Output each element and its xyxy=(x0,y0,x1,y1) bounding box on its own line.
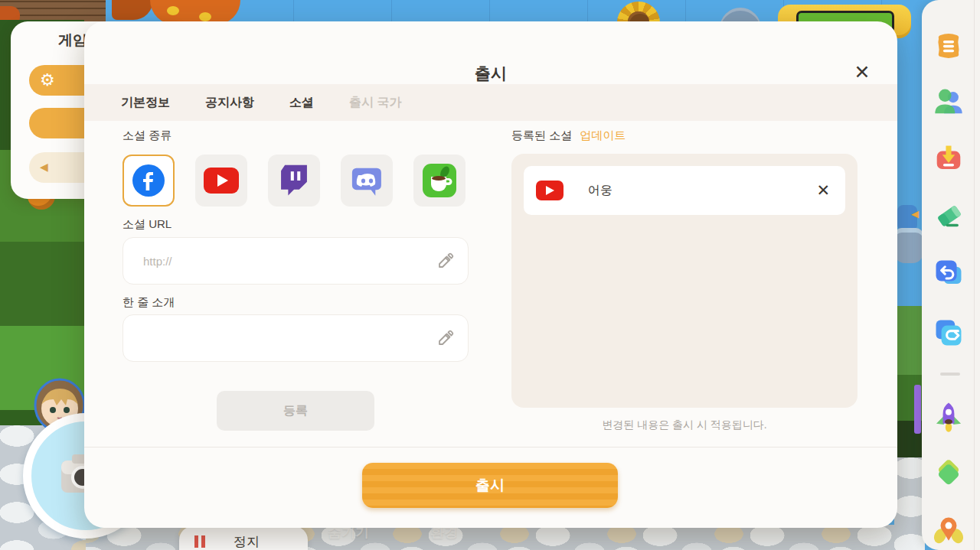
scroll-menu-icon[interactable] xyxy=(933,30,965,62)
social-provider-youtube[interactable] xyxy=(195,155,247,207)
tab-social[interactable]: 소셜 xyxy=(289,95,314,111)
mushroom-spot xyxy=(167,6,179,15)
discord-icon xyxy=(350,164,384,197)
tab-notices[interactable]: 공지사항 xyxy=(205,95,254,111)
location-pin-icon[interactable] xyxy=(933,513,965,545)
tab-release-countries[interactable]: 출시 국가 xyxy=(349,95,401,111)
back-arrow-icon: ◀ xyxy=(40,161,48,173)
stop-label: 정지 xyxy=(205,533,288,550)
modal-title: 출시 xyxy=(84,63,897,84)
registered-social-panel: 어웅 ✕ xyxy=(511,154,858,408)
download-icon[interactable] xyxy=(933,142,965,174)
register-button[interactable]: 등록 xyxy=(217,391,374,431)
release-note: 변경된 내용은 출시 시 적용됩니다. xyxy=(511,418,858,432)
fountain-decor xyxy=(894,205,923,282)
cobblestone-path xyxy=(894,457,925,550)
pause-icon xyxy=(194,535,205,548)
redo-icon[interactable] xyxy=(933,317,965,349)
edit-icon[interactable] xyxy=(436,329,455,347)
rocket-launch-icon[interactable] xyxy=(933,401,965,433)
eraser-icon[interactable] xyxy=(933,199,965,231)
tool-sidebar xyxy=(922,0,980,550)
social-url-label: 소셜 URL xyxy=(122,217,172,232)
sidebar-divider xyxy=(940,373,960,376)
blocks-icon[interactable] xyxy=(933,457,965,490)
intro-input[interactable] xyxy=(122,314,469,362)
intro-label: 한 줄 소개 xyxy=(122,295,175,310)
social-url-input[interactable] xyxy=(122,237,469,285)
twitch-icon xyxy=(278,164,310,197)
stop-button[interactable]: 정지 xyxy=(179,526,308,550)
launch-button[interactable]: 출시 xyxy=(362,463,618,508)
social-provider-row xyxy=(122,155,466,207)
registered-social-label: 등록된 소셜 xyxy=(511,129,572,142)
portal-decor xyxy=(914,385,921,434)
registered-social-item: 어웅 ✕ xyxy=(524,166,845,215)
update-link[interactable]: 업데이트 xyxy=(580,129,626,142)
naver-cafe-icon xyxy=(422,163,457,198)
youtube-icon xyxy=(536,181,564,200)
youtube-icon xyxy=(204,168,239,194)
fountain-basin xyxy=(894,228,923,263)
registered-social-name: 어웅 xyxy=(588,183,816,199)
cobblestone-path xyxy=(0,525,922,550)
edit-icon[interactable] xyxy=(436,252,455,270)
modal-tabbar: 기본정보 공지사항 소셜 출시 국가 xyxy=(84,84,897,121)
close-icon[interactable]: ✕ xyxy=(848,58,876,86)
social-provider-discord[interactable] xyxy=(341,155,393,207)
tab-basic-info[interactable]: 기본정보 xyxy=(121,95,170,111)
gear-icon: ⚙ xyxy=(40,72,55,89)
app-stage: 게임 ⚙ 게임 ◀ 엘 xyxy=(0,0,980,550)
release-modal: 출시 ✕ 기본정보 공지사항 소셜 출시 국가 소셜 종류 xyxy=(84,21,897,528)
facebook-icon xyxy=(131,163,166,198)
social-provider-twitch[interactable] xyxy=(268,155,320,207)
social-type-label: 소셜 종류 xyxy=(122,129,172,143)
registered-social-header: 등록된 소셜 업데이트 xyxy=(511,129,626,143)
social-provider-naver-cafe[interactable] xyxy=(413,155,466,207)
footer-divider xyxy=(84,447,897,447)
collapse-arrow-icon[interactable]: ◀ xyxy=(911,208,919,220)
mushroom-spot xyxy=(199,12,211,21)
character-icon[interactable] xyxy=(933,86,965,118)
social-provider-facebook[interactable] xyxy=(122,155,175,207)
undo-icon[interactable] xyxy=(933,257,965,289)
remove-icon[interactable]: ✕ xyxy=(816,181,830,200)
sidebar-edge-line xyxy=(974,0,975,550)
